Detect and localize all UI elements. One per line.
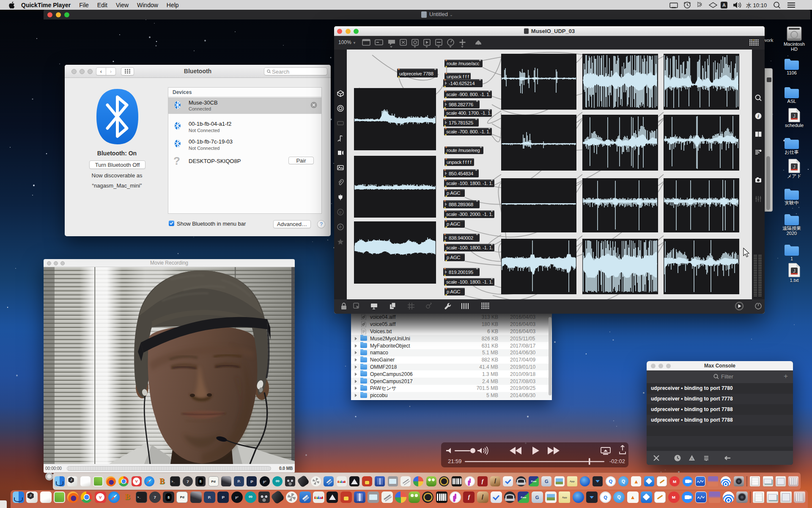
svg-text:route /muse/acc: route /muse/acc: [447, 61, 480, 66]
svg-text:J: J: [793, 268, 796, 273]
svg-text:-02:02: -02:02: [609, 458, 625, 464]
svg-text:route /muse/eeg: route /muse/eeg: [447, 148, 480, 153]
svg-text:175.781525: 175.781525: [449, 120, 473, 125]
svg-text:scale -700. 800. -1. 1.: scale -700. 800. -1. 1.: [446, 129, 490, 134]
svg-text:J: J: [793, 113, 796, 119]
svg-text:scale -900. 800. -1. 1.: scale -900. 800. -1. 1.: [446, 92, 490, 97]
svg-text:819.200195: 819.200195: [449, 270, 473, 275]
svg-text:unpack f f f f: unpack f f f f: [447, 160, 472, 165]
svg-text:21:59: 21:59: [448, 458, 462, 464]
svg-text:scale -100. 1800. -1. 1.: scale -100. 1800. -1. 1.: [446, 181, 493, 186]
svg-text:p: p: [339, 210, 341, 214]
svg-text:p AGC: p AGC: [447, 190, 460, 196]
svg-text:b: b: [339, 225, 341, 229]
svg-text:838.940002: 838.940002: [449, 235, 473, 240]
svg-text:unpack f f f: unpack f f f: [447, 74, 469, 79]
svg-text:888.289368: 888.289368: [449, 202, 473, 207]
svg-text:p AGC: p AGC: [447, 289, 460, 294]
svg-text:-140.625214: -140.625214: [449, 81, 475, 86]
svg-text:scale 400. 1700. -1. 1.: scale 400. 1700. -1. 1.: [446, 110, 491, 116]
svg-text:scale -100. 1800. -1. 1.: scale -100. 1800. -1. 1.: [446, 279, 493, 284]
svg-text:水 10:10: 水 10:10: [746, 2, 767, 8]
svg-text:J: J: [793, 164, 796, 169]
svg-text:850.454834: 850.454834: [449, 171, 474, 176]
svg-text:udpreceive 7788: udpreceive 7788: [399, 71, 433, 76]
svg-text:scale -300. 2000. -1. 1.: scale -300. 2000. -1. 1.: [446, 212, 493, 217]
svg-text:p AGC: p AGC: [447, 221, 460, 226]
svg-text:p AGC: p AGC: [447, 255, 460, 260]
svg-text:988.282776: 988.282776: [449, 102, 473, 107]
svg-text:scale -100. 1800. -1. 1.: scale -100. 1800. -1. 1.: [446, 245, 493, 250]
svg-text:A: A: [691, 457, 693, 461]
svg-text:A: A: [722, 3, 726, 8]
